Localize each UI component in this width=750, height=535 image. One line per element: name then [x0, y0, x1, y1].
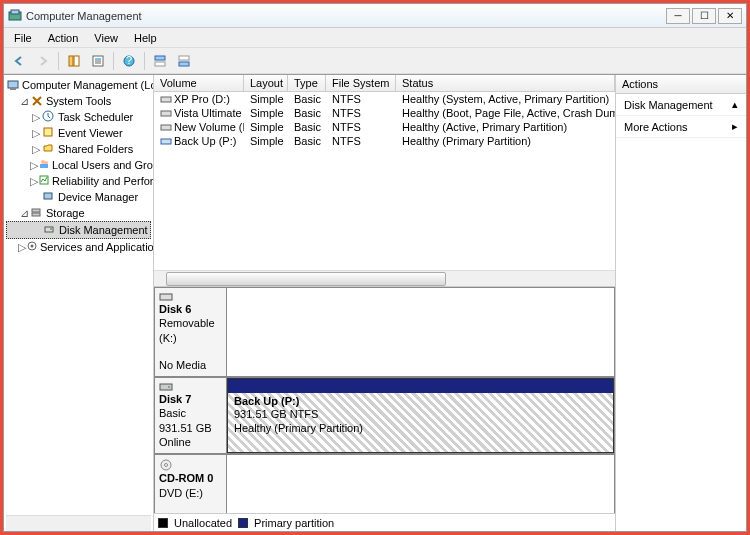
disk-row[interactable]: Disk 7 Basic 931.51 GB Online Back Up (P…	[154, 377, 615, 454]
view-bottom-button[interactable]	[173, 50, 195, 72]
disk-line: 931.51 GB	[159, 422, 212, 434]
back-button[interactable]	[8, 50, 30, 72]
actions-disk-management[interactable]: Disk Management ▴	[616, 94, 746, 116]
maximize-button[interactable]: ☐	[692, 8, 716, 24]
col-status[interactable]: Status	[396, 75, 615, 91]
volume-row[interactable]: New Volume (L:) Simple Basic NTFS Health…	[154, 120, 615, 134]
vol-layout: Simple	[244, 120, 288, 134]
expand-icon[interactable]: ▷	[30, 111, 42, 124]
partition[interactable]: Back Up (P:) 931.51 GB NTFS Healthy (Pri…	[227, 378, 614, 453]
disk-line: DVD (E:)	[159, 487, 203, 499]
body: Computer Management (Local ⊿ System Tool…	[4, 74, 746, 531]
svg-rect-1	[11, 10, 19, 14]
toolbar-separator	[144, 52, 145, 70]
tree-local-users[interactable]: ▷Local Users and Groups	[6, 157, 151, 173]
close-button[interactable]: ✕	[718, 8, 742, 24]
disk-list[interactable]: Disk 6 Removable (K:) No Media Disk 7 Ba…	[154, 287, 615, 513]
col-layout[interactable]: Layout	[244, 75, 288, 91]
disk-label: CD-ROM 0 DVD (E:) No Media	[155, 455, 227, 513]
volume-row[interactable]: Back Up (P:) Simple Basic NTFS Healthy (…	[154, 134, 615, 148]
disk-empty	[227, 288, 614, 376]
disk-line: Removable (K:)	[159, 317, 215, 343]
volume-row[interactable]: Vista Ultimate (C:) Simple Basic NTFS He…	[154, 106, 615, 120]
scrollbar-thumb[interactable]	[166, 272, 446, 286]
disk-row[interactable]: Disk 6 Removable (K:) No Media	[154, 287, 615, 377]
minimize-button[interactable]: ─	[666, 8, 690, 24]
expand-icon[interactable]: ▷	[30, 175, 38, 188]
svg-rect-3	[74, 56, 79, 66]
expand-icon[interactable]: ▷	[30, 159, 38, 172]
menu-file[interactable]: File	[6, 30, 40, 46]
show-hide-tree-button[interactable]	[63, 50, 85, 72]
collapse-icon[interactable]: ⊿	[18, 207, 30, 220]
col-type[interactable]: Type	[288, 75, 326, 91]
svg-rect-11	[155, 62, 165, 66]
disk-title: Disk 6	[159, 303, 191, 315]
users-icon	[38, 158, 50, 172]
expand-icon[interactable]: ▷	[30, 127, 42, 140]
window-title: Computer Management	[26, 10, 666, 22]
vol-name: XP Pro (D:)	[174, 93, 230, 105]
tree-reliability[interactable]: ▷Reliability and Performa	[6, 173, 151, 189]
vol-status: Healthy (Primary Partition)	[396, 134, 615, 148]
vol-layout: Simple	[244, 106, 288, 120]
disk-label: Disk 6 Removable (K:) No Media	[155, 288, 227, 376]
vol-name: Vista Ultimate (C:)	[174, 107, 244, 119]
actions-label: Disk Management	[624, 99, 713, 111]
toolbar-separator	[113, 52, 114, 70]
titlebar: Computer Management ─ ☐ ✕	[4, 4, 746, 28]
tree-root[interactable]: Computer Management (Local	[6, 77, 151, 93]
menu-view[interactable]: View	[86, 30, 126, 46]
vol-status: Healthy (System, Active, Primary Partiti…	[396, 92, 615, 106]
tree-root-label: Computer Management (Local	[22, 79, 154, 91]
volume-row[interactable]: XP Pro (D:) Simple Basic NTFS Healthy (S…	[154, 92, 615, 106]
forward-button[interactable]	[32, 50, 54, 72]
properties-button[interactable]	[87, 50, 109, 72]
tree-event-viewer[interactable]: ▷Event Viewer	[6, 125, 151, 141]
col-volume[interactable]: Volume	[154, 75, 244, 91]
tree-label: Task Scheduler	[58, 111, 133, 123]
tree-device-manager[interactable]: Device Manager	[6, 189, 151, 205]
removable-icon	[159, 292, 222, 302]
svg-rect-20	[40, 164, 48, 168]
help-button[interactable]: ?	[118, 50, 140, 72]
actions-more[interactable]: More Actions ▸	[616, 116, 746, 138]
expand-icon[interactable]: ▷	[30, 143, 42, 156]
drive-icon	[160, 122, 172, 132]
view-top-button[interactable]	[149, 50, 171, 72]
svg-point-37	[165, 464, 168, 467]
svg-rect-23	[32, 209, 40, 212]
svg-rect-31	[161, 125, 171, 130]
collapse-icon[interactable]: ⊿	[18, 95, 30, 108]
vol-type: Basic	[288, 134, 326, 148]
tree-task-scheduler[interactable]: ▷Task Scheduler	[6, 109, 151, 125]
disk-row[interactable]: CD-ROM 0 DVD (E:) No Media	[154, 454, 615, 513]
vol-fs: NTFS	[326, 106, 396, 120]
center-pane: Volume Layout Type File System Status XP…	[154, 75, 616, 531]
tree-label: Local Users and Groups	[52, 159, 154, 171]
svg-rect-14	[8, 81, 18, 88]
tree-services[interactable]: ▷Services and Applications	[6, 239, 151, 255]
tree-label: Disk Management	[59, 224, 148, 236]
svg-rect-13	[179, 62, 189, 66]
expand-icon[interactable]: ▷	[18, 241, 26, 254]
partition-size: 931.51 GB NTFS	[234, 408, 318, 420]
svg-rect-17	[44, 128, 52, 136]
svg-point-28	[31, 245, 34, 248]
tree-disk-management[interactable]: Disk Management	[6, 221, 151, 239]
menu-action[interactable]: Action	[40, 30, 87, 46]
svg-text:?: ?	[126, 54, 132, 66]
legend-swatch-unallocated	[158, 518, 168, 528]
volume-list: Volume Layout Type File System Status XP…	[154, 75, 615, 287]
col-filesystem[interactable]: File System	[326, 75, 396, 91]
drive-icon	[160, 108, 172, 118]
svg-rect-10	[155, 56, 165, 60]
volume-scrollbar[interactable]	[154, 270, 615, 286]
tree-pane[interactable]: Computer Management (Local ⊿ System Tool…	[4, 75, 154, 531]
tree-storage[interactable]: ⊿ Storage	[6, 205, 151, 221]
menu-help[interactable]: Help	[126, 30, 165, 46]
tree-system-tools[interactable]: ⊿ System Tools	[6, 93, 151, 109]
vol-status: Healthy (Boot, Page File, Active, Crash …	[396, 106, 615, 120]
tree-scrollbar[interactable]	[6, 515, 151, 531]
tree-shared-folders[interactable]: ▷Shared Folders	[6, 141, 151, 157]
